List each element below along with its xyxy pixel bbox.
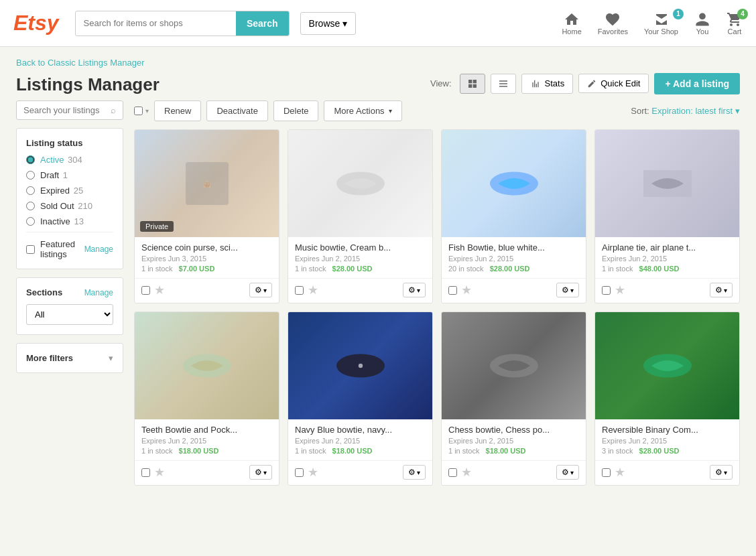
stats-button[interactable]: Stats bbox=[521, 74, 574, 94]
sort-value[interactable]: Expiration: latest first bbox=[651, 106, 733, 116]
listings-area: ▾ Renew Deactivate Delete More Actions ▾… bbox=[134, 100, 740, 486]
status-radio[interactable] bbox=[26, 202, 35, 210]
gear-button[interactable]: ⚙ ▾ bbox=[249, 465, 272, 480]
gear-icon: ⚙ bbox=[255, 285, 262, 295]
listing-price: $18.00 USD bbox=[332, 447, 373, 455]
listing-checkbox[interactable] bbox=[295, 286, 304, 295]
filter-title: Listing status bbox=[26, 138, 113, 148]
listing-image-container bbox=[595, 130, 739, 237]
delete-button[interactable]: Delete bbox=[273, 100, 319, 121]
listing-price: $7.00 USD bbox=[179, 265, 215, 273]
listing-title: Airplane tie, air plane t... bbox=[602, 242, 733, 253]
gear-chevron-icon: ▾ bbox=[724, 287, 727, 294]
listing-info: Airplane tie, air plane t... Expires Jun… bbox=[595, 237, 739, 278]
view-label: View: bbox=[430, 78, 452, 88]
gear-icon: ⚙ bbox=[715, 468, 722, 477]
listing-card: Music bowtie, Cream b... Expires Jun 2, … bbox=[288, 129, 433, 303]
filter-item-draft[interactable]: Draft 1 bbox=[26, 170, 113, 180]
gear-button[interactable]: ⚙ ▾ bbox=[249, 283, 272, 297]
back-link[interactable]: Back to Classic Listings Manager bbox=[16, 58, 144, 68]
favorite-star-icon[interactable]: ★ bbox=[461, 283, 472, 297]
listing-expires: Expires Jun 2, 2015 bbox=[141, 437, 272, 445]
renew-button[interactable]: Renew bbox=[154, 100, 201, 121]
listing-checkbox[interactable] bbox=[448, 286, 457, 295]
you-label: You bbox=[696, 27, 709, 36]
gear-button[interactable]: ⚙ ▾ bbox=[556, 283, 579, 297]
add-listing-button[interactable]: + Add a listing bbox=[654, 73, 740, 94]
status-label: Expired 25 bbox=[40, 186, 83, 196]
gear-chevron-icon: ▾ bbox=[263, 469, 267, 476]
home-label: Home bbox=[562, 27, 581, 36]
gear-button[interactable]: ⚙ ▾ bbox=[403, 465, 426, 480]
more-filters-toggle[interactable]: More filters ▾ bbox=[26, 353, 113, 363]
status-label: Active 304 bbox=[40, 155, 82, 165]
sections-manage-link[interactable]: Manage bbox=[84, 288, 113, 297]
filter-item-sold-out[interactable]: Sold Out 210 bbox=[26, 201, 113, 211]
listing-info: Reversible Binary Com... Expires Jun 2, … bbox=[595, 419, 739, 460]
listings-search-input[interactable] bbox=[23, 105, 107, 115]
gear-button[interactable]: ⚙ ▾ bbox=[556, 465, 579, 480]
more-filters-label: More filters bbox=[26, 353, 73, 363]
quick-edit-button[interactable]: Quick Edit bbox=[578, 74, 649, 93]
featured-manage-link[interactable]: Manage bbox=[84, 245, 113, 254]
filter-item-expired[interactable]: Expired 25 bbox=[26, 186, 113, 196]
you-nav[interactable]: You bbox=[694, 11, 710, 36]
listing-image bbox=[135, 312, 279, 419]
gear-chevron-icon: ▾ bbox=[724, 469, 727, 476]
listing-checkbox[interactable] bbox=[295, 468, 304, 477]
gear-chevron-icon: ▾ bbox=[263, 287, 267, 294]
your-shop-nav[interactable]: 1 Your Shop bbox=[644, 11, 678, 36]
favorite-star-icon[interactable]: ★ bbox=[461, 465, 472, 480]
listing-info: Fish Bowtie, blue white... Expires Jun 2… bbox=[442, 237, 586, 278]
search-input[interactable] bbox=[76, 18, 236, 28]
cart-badge: 4 bbox=[737, 9, 748, 19]
favorite-star-icon[interactable]: ★ bbox=[308, 283, 318, 297]
listing-title: Teeth Bowtie and Pock... bbox=[141, 425, 272, 435]
status-radio[interactable] bbox=[26, 171, 35, 180]
browse-button[interactable]: Browse ▾ bbox=[300, 12, 357, 35]
listing-image-container bbox=[442, 130, 586, 237]
listing-image-container bbox=[135, 312, 279, 419]
deactivate-button[interactable]: Deactivate bbox=[206, 100, 267, 121]
grid-view-button[interactable] bbox=[460, 74, 485, 94]
list-view-button[interactable] bbox=[491, 74, 516, 94]
status-radio[interactable] bbox=[26, 186, 35, 195]
select-all-checkbox-group: ▾ bbox=[134, 107, 149, 115]
favorite-star-icon[interactable]: ★ bbox=[615, 465, 625, 480]
gear-button[interactable]: ⚙ ▾ bbox=[403, 283, 426, 297]
listing-checkbox[interactable] bbox=[141, 468, 150, 477]
filter-item-active[interactable]: Active 304 bbox=[26, 155, 113, 165]
more-actions-button[interactable]: More Actions ▾ bbox=[324, 100, 401, 121]
listing-title: Chess bowtie, Chess po... bbox=[448, 425, 579, 435]
listing-image bbox=[442, 130, 586, 237]
listing-price: $28.00 USD bbox=[490, 265, 530, 273]
favorite-star-icon[interactable]: ★ bbox=[615, 283, 625, 297]
gear-button[interactable]: ⚙ ▾ bbox=[710, 465, 733, 480]
listing-info: Teeth Bowtie and Pock... Expires Jun 2, … bbox=[135, 419, 279, 460]
listing-checkbox[interactable] bbox=[602, 286, 611, 295]
search-button[interactable]: Search bbox=[236, 11, 289, 36]
sections-select[interactable]: All bbox=[26, 304, 113, 325]
cart-nav[interactable]: 4 Cart bbox=[727, 11, 743, 36]
stats-label: Stats bbox=[545, 78, 565, 88]
favorite-star-icon[interactable]: ★ bbox=[154, 465, 165, 480]
favorite-star-icon[interactable]: ★ bbox=[154, 283, 165, 297]
listing-checkbox[interactable] bbox=[602, 468, 611, 477]
more-actions-label: More Actions bbox=[334, 106, 384, 116]
home-nav[interactable]: Home bbox=[562, 11, 581, 36]
listing-checkbox[interactable] bbox=[448, 468, 457, 477]
favorite-star-icon[interactable]: ★ bbox=[308, 465, 318, 480]
status-radio[interactable] bbox=[26, 217, 35, 226]
listing-checkbox[interactable] bbox=[141, 286, 150, 295]
listing-actions: ★ ⚙ ▾ bbox=[135, 460, 279, 485]
main-content: ⌕ Listing status Active 304 Draft 1 Expi… bbox=[0, 100, 756, 502]
featured-checkbox[interactable] bbox=[26, 245, 35, 254]
filter-item-inactive[interactable]: Inactive 13 bbox=[26, 216, 113, 226]
favorites-nav[interactable]: Favorites bbox=[598, 11, 628, 36]
select-all-checkbox[interactable] bbox=[134, 107, 143, 115]
listing-image bbox=[288, 130, 432, 237]
listing-expires: Expires Jun 2, 2015 bbox=[602, 437, 733, 445]
etsy-logo[interactable]: Etsy bbox=[13, 11, 59, 36]
status-radio[interactable] bbox=[26, 155, 35, 164]
gear-button[interactable]: ⚙ ▾ bbox=[710, 283, 733, 297]
